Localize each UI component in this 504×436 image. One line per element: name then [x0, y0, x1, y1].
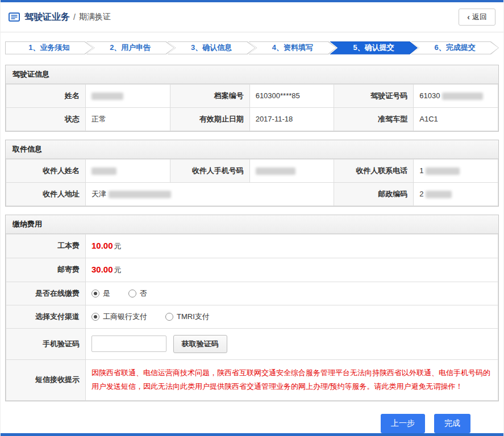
online-pay-label: 是否在线缴费	[6, 282, 86, 305]
table-row: 姓名 档案编号 610300****85 驾驶证号码 61030	[6, 84, 498, 107]
previous-step-button[interactable]: 上一步	[381, 414, 425, 433]
finish-button[interactable]: 完成	[434, 414, 470, 433]
page-header: 驾驶证业务 / 期满换证 ‹ 返回	[1, 2, 503, 32]
license-info-section: 驾驶证信息 姓名 档案编号 610300****85 驾驶证号码 61030 状…	[5, 65, 499, 132]
table-row: 是否在线缴费 是 否	[6, 282, 498, 305]
pickup-info-table: 收件人姓名 收件人手机号码 收件人联系电话 1 收件人地址 天津 邮政编码 2	[6, 159, 498, 206]
document-list-icon	[9, 12, 20, 22]
recipient-name-label: 收件人姓名	[6, 159, 86, 182]
table-row: 状态 正常 有效期止日期 2017-11-18 准驾车型 A1C1	[6, 107, 498, 131]
sms-notice-label: 短信接收提示	[6, 359, 86, 400]
online-pay-options: 是 否	[86, 282, 498, 305]
file-no-label: 档案编号	[170, 84, 249, 107]
recipient-tel-value: 1	[414, 159, 498, 182]
sms-code-input[interactable]	[91, 336, 166, 352]
recipient-name-value	[86, 159, 170, 182]
radio-online-yes-label: 是	[103, 288, 110, 299]
step-2-declaration[interactable]: 2、用户申告	[86, 41, 174, 54]
redacted-value	[91, 93, 123, 100]
pickup-info-section: 取件信息 收件人姓名 收件人手机号码 收件人联系电话 1 收件人地址 天津 邮政…	[5, 140, 499, 207]
license-info-title: 驾驶证信息	[6, 65, 498, 84]
postcode-value: 2	[414, 182, 498, 206]
radio-online-no-label: 否	[140, 288, 147, 299]
pickup-info-title: 取件信息	[6, 140, 498, 159]
table-row: 收件人地址 天津 邮政编码 2	[6, 182, 498, 206]
fee-unit: 元	[114, 242, 122, 250]
step-navigation: 1、业务须知 2、用户申告 3、确认信息 4、资料填写 5、确认提交 6、完成提…	[5, 41, 499, 54]
radio-channel-icbc[interactable]	[91, 313, 99, 321]
vehicle-type-value: A1C1	[414, 107, 498, 131]
sms-code-label: 手机验证码	[6, 328, 86, 359]
postcode-label: 邮政编码	[334, 182, 414, 206]
postage-value: 30.00元	[86, 258, 498, 282]
redacted-value	[109, 191, 171, 198]
postage-label: 邮寄费	[6, 258, 86, 282]
table-row: 邮寄费 30.00元	[6, 258, 498, 282]
table-row: 手机验证码 获取验证码	[6, 328, 498, 359]
channel-options: 工商银行支付 TMRI支付	[86, 305, 498, 328]
postage-amount: 30.00	[91, 265, 113, 274]
file-no-value: 610300****85	[249, 84, 334, 107]
chevron-left-icon: ‹	[467, 13, 470, 21]
license-no-label: 驾驶证号码	[334, 84, 414, 107]
radio-online-yes[interactable]	[91, 290, 99, 297]
title-separator: /	[73, 12, 76, 22]
redacted-value	[256, 167, 295, 175]
table-row: 短信接收提示 因陕西省联通、电信运营商技术问题，陕西省互联网交通安全综合服务管理…	[6, 359, 498, 400]
payment-title: 缴纳费用	[6, 215, 498, 234]
payment-table: 工本费 10.00元 邮寄费 30.00元 是否在线缴费 是	[6, 234, 498, 401]
redacted-value	[426, 191, 452, 198]
address-value: 天津	[86, 182, 334, 206]
fee-label: 工本费	[6, 234, 86, 258]
recipient-mobile-label: 收件人手机号码	[170, 159, 249, 182]
name-value	[86, 84, 170, 107]
redacted-value	[442, 93, 483, 100]
expiry-label: 有效期止日期	[170, 107, 249, 131]
sms-code-row: 获取验证码	[86, 328, 498, 359]
get-code-button[interactable]: 获取验证码	[173, 335, 227, 353]
footer-actions: 上一步 完成	[1, 409, 503, 433]
back-button-label: 返回	[472, 12, 487, 22]
expiry-value: 2017-11-18	[249, 107, 334, 131]
fee-value: 10.00元	[86, 234, 498, 258]
step-4-fill-data[interactable]: 4、资料填写	[248, 41, 336, 54]
redacted-value	[91, 167, 116, 175]
radio-channel-tmri[interactable]	[165, 313, 173, 321]
name-label: 姓名	[6, 84, 86, 107]
page-title: 驾驶证业务	[24, 11, 70, 23]
radio-channel-tmri-label: TMRI支付	[177, 312, 210, 322]
step-3-confirm-info[interactable]: 3、确认信息	[168, 41, 256, 54]
license-no-value: 61030	[414, 84, 498, 107]
step-5-confirm-submit[interactable]: 5、确认提交	[330, 41, 418, 54]
radio-channel-icbc-label: 工商银行支付	[103, 312, 147, 322]
step-1-notice[interactable]: 1、业务须知	[5, 41, 93, 54]
address-label: 收件人地址	[6, 182, 86, 206]
bottom-accent-bar	[1, 433, 503, 436]
postage-unit: 元	[114, 266, 122, 274]
vehicle-type-label: 准驾车型	[334, 107, 414, 131]
step-6-complete[interactable]: 6、完成提交	[411, 41, 499, 54]
table-row: 选择支付渠道 工商银行支付 TMRI支付	[6, 305, 498, 328]
page-subtitle: 期满换证	[79, 12, 111, 22]
table-row: 工本费 10.00元	[6, 234, 498, 258]
redacted-value	[426, 167, 460, 175]
status-label: 状态	[6, 107, 86, 131]
fee-amount: 10.00	[91, 241, 113, 250]
status-value: 正常	[86, 107, 170, 131]
sms-notice-text: 因陕西省联通、电信运营商技术问题，陕西省互联网交通安全综合服务管理平台无法向持陕…	[86, 359, 498, 400]
recipient-mobile-value	[249, 159, 334, 182]
table-row: 收件人姓名 收件人手机号码 收件人联系电话 1	[6, 159, 498, 182]
radio-online-no[interactable]	[128, 290, 136, 297]
payment-section: 缴纳费用 工本费 10.00元 邮寄费 30.00元 是否在线缴费 是	[5, 215, 499, 401]
channel-label: 选择支付渠道	[6, 305, 86, 328]
recipient-tel-label: 收件人联系电话	[334, 159, 414, 182]
license-info-table: 姓名 档案编号 610300****85 驾驶证号码 61030 状态 正常 有…	[6, 84, 498, 131]
back-button[interactable]: ‹ 返回	[459, 9, 495, 26]
